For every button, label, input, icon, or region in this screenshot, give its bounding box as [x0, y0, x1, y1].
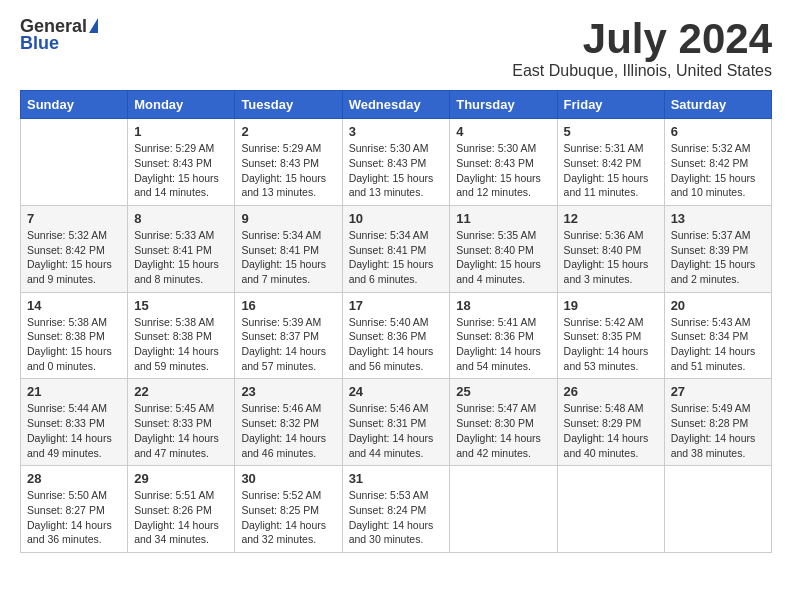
- day-info: Sunrise: 5:45 AM Sunset: 8:33 PM Dayligh…: [134, 401, 228, 460]
- day-info: Sunrise: 5:29 AM Sunset: 8:43 PM Dayligh…: [134, 141, 228, 200]
- day-number: 25: [456, 384, 550, 399]
- logo-blue: Blue: [20, 33, 59, 54]
- day-number: 5: [564, 124, 658, 139]
- title-area: July 2024 East Dubuque, Illinois, United…: [512, 16, 772, 80]
- day-cell: 26Sunrise: 5:48 AM Sunset: 8:29 PM Dayli…: [557, 379, 664, 466]
- day-number: 27: [671, 384, 765, 399]
- logo-triangle: [89, 18, 98, 33]
- day-info: Sunrise: 5:33 AM Sunset: 8:41 PM Dayligh…: [134, 228, 228, 287]
- col-header-thursday: Thursday: [450, 91, 557, 119]
- calendar-table: SundayMondayTuesdayWednesdayThursdayFrid…: [20, 90, 772, 553]
- day-info: Sunrise: 5:30 AM Sunset: 8:43 PM Dayligh…: [349, 141, 444, 200]
- day-number: 18: [456, 298, 550, 313]
- day-info: Sunrise: 5:49 AM Sunset: 8:28 PM Dayligh…: [671, 401, 765, 460]
- day-cell: 14Sunrise: 5:38 AM Sunset: 8:38 PM Dayli…: [21, 292, 128, 379]
- day-cell: 3Sunrise: 5:30 AM Sunset: 8:43 PM Daylig…: [342, 119, 450, 206]
- day-cell: [450, 466, 557, 553]
- day-number: 28: [27, 471, 121, 486]
- day-info: Sunrise: 5:52 AM Sunset: 8:25 PM Dayligh…: [241, 488, 335, 547]
- day-cell: 7Sunrise: 5:32 AM Sunset: 8:42 PM Daylig…: [21, 205, 128, 292]
- day-cell: 29Sunrise: 5:51 AM Sunset: 8:26 PM Dayli…: [128, 466, 235, 553]
- day-number: 23: [241, 384, 335, 399]
- day-number: 14: [27, 298, 121, 313]
- day-cell: 9Sunrise: 5:34 AM Sunset: 8:41 PM Daylig…: [235, 205, 342, 292]
- day-info: Sunrise: 5:30 AM Sunset: 8:43 PM Dayligh…: [456, 141, 550, 200]
- day-number: 21: [27, 384, 121, 399]
- day-cell: 20Sunrise: 5:43 AM Sunset: 8:34 PM Dayli…: [664, 292, 771, 379]
- day-cell: [557, 466, 664, 553]
- week-row-1: 1Sunrise: 5:29 AM Sunset: 8:43 PM Daylig…: [21, 119, 772, 206]
- day-cell: 19Sunrise: 5:42 AM Sunset: 8:35 PM Dayli…: [557, 292, 664, 379]
- day-number: 4: [456, 124, 550, 139]
- day-cell: [664, 466, 771, 553]
- day-info: Sunrise: 5:51 AM Sunset: 8:26 PM Dayligh…: [134, 488, 228, 547]
- day-number: 8: [134, 211, 228, 226]
- week-row-3: 14Sunrise: 5:38 AM Sunset: 8:38 PM Dayli…: [21, 292, 772, 379]
- day-number: 30: [241, 471, 335, 486]
- day-info: Sunrise: 5:34 AM Sunset: 8:41 PM Dayligh…: [349, 228, 444, 287]
- col-header-sunday: Sunday: [21, 91, 128, 119]
- day-info: Sunrise: 5:36 AM Sunset: 8:40 PM Dayligh…: [564, 228, 658, 287]
- col-header-monday: Monday: [128, 91, 235, 119]
- day-cell: 13Sunrise: 5:37 AM Sunset: 8:39 PM Dayli…: [664, 205, 771, 292]
- day-number: 12: [564, 211, 658, 226]
- day-cell: 25Sunrise: 5:47 AM Sunset: 8:30 PM Dayli…: [450, 379, 557, 466]
- day-number: 13: [671, 211, 765, 226]
- day-info: Sunrise: 5:42 AM Sunset: 8:35 PM Dayligh…: [564, 315, 658, 374]
- day-number: 16: [241, 298, 335, 313]
- day-number: 9: [241, 211, 335, 226]
- day-info: Sunrise: 5:41 AM Sunset: 8:36 PM Dayligh…: [456, 315, 550, 374]
- day-info: Sunrise: 5:50 AM Sunset: 8:27 PM Dayligh…: [27, 488, 121, 547]
- day-info: Sunrise: 5:40 AM Sunset: 8:36 PM Dayligh…: [349, 315, 444, 374]
- day-number: 17: [349, 298, 444, 313]
- day-cell: 24Sunrise: 5:46 AM Sunset: 8:31 PM Dayli…: [342, 379, 450, 466]
- month-title: July 2024: [512, 16, 772, 62]
- week-row-4: 21Sunrise: 5:44 AM Sunset: 8:33 PM Dayli…: [21, 379, 772, 466]
- day-cell: 12Sunrise: 5:36 AM Sunset: 8:40 PM Dayli…: [557, 205, 664, 292]
- col-header-friday: Friday: [557, 91, 664, 119]
- day-number: 24: [349, 384, 444, 399]
- day-number: 20: [671, 298, 765, 313]
- day-cell: 6Sunrise: 5:32 AM Sunset: 8:42 PM Daylig…: [664, 119, 771, 206]
- day-number: 26: [564, 384, 658, 399]
- day-number: 22: [134, 384, 228, 399]
- day-info: Sunrise: 5:46 AM Sunset: 8:32 PM Dayligh…: [241, 401, 335, 460]
- day-cell: 18Sunrise: 5:41 AM Sunset: 8:36 PM Dayli…: [450, 292, 557, 379]
- day-number: 10: [349, 211, 444, 226]
- day-cell: 22Sunrise: 5:45 AM Sunset: 8:33 PM Dayli…: [128, 379, 235, 466]
- col-header-tuesday: Tuesday: [235, 91, 342, 119]
- col-header-saturday: Saturday: [664, 91, 771, 119]
- day-cell: 1Sunrise: 5:29 AM Sunset: 8:43 PM Daylig…: [128, 119, 235, 206]
- day-number: 2: [241, 124, 335, 139]
- day-info: Sunrise: 5:35 AM Sunset: 8:40 PM Dayligh…: [456, 228, 550, 287]
- logo: General Blue: [20, 16, 98, 54]
- day-number: 15: [134, 298, 228, 313]
- day-number: 6: [671, 124, 765, 139]
- page-header: General Blue July 2024 East Dubuque, Ill…: [20, 16, 772, 80]
- day-cell: 31Sunrise: 5:53 AM Sunset: 8:24 PM Dayli…: [342, 466, 450, 553]
- day-info: Sunrise: 5:31 AM Sunset: 8:42 PM Dayligh…: [564, 141, 658, 200]
- day-number: 11: [456, 211, 550, 226]
- day-info: Sunrise: 5:32 AM Sunset: 8:42 PM Dayligh…: [27, 228, 121, 287]
- week-row-2: 7Sunrise: 5:32 AM Sunset: 8:42 PM Daylig…: [21, 205, 772, 292]
- day-cell: 16Sunrise: 5:39 AM Sunset: 8:37 PM Dayli…: [235, 292, 342, 379]
- calendar-header-row: SundayMondayTuesdayWednesdayThursdayFrid…: [21, 91, 772, 119]
- day-number: 29: [134, 471, 228, 486]
- col-header-wednesday: Wednesday: [342, 91, 450, 119]
- day-cell: 30Sunrise: 5:52 AM Sunset: 8:25 PM Dayli…: [235, 466, 342, 553]
- day-number: 1: [134, 124, 228, 139]
- day-cell: 4Sunrise: 5:30 AM Sunset: 8:43 PM Daylig…: [450, 119, 557, 206]
- day-cell: 2Sunrise: 5:29 AM Sunset: 8:43 PM Daylig…: [235, 119, 342, 206]
- day-cell: 28Sunrise: 5:50 AM Sunset: 8:27 PM Dayli…: [21, 466, 128, 553]
- day-cell: 10Sunrise: 5:34 AM Sunset: 8:41 PM Dayli…: [342, 205, 450, 292]
- week-row-5: 28Sunrise: 5:50 AM Sunset: 8:27 PM Dayli…: [21, 466, 772, 553]
- day-cell: 5Sunrise: 5:31 AM Sunset: 8:42 PM Daylig…: [557, 119, 664, 206]
- day-info: Sunrise: 5:39 AM Sunset: 8:37 PM Dayligh…: [241, 315, 335, 374]
- day-number: 7: [27, 211, 121, 226]
- day-info: Sunrise: 5:46 AM Sunset: 8:31 PM Dayligh…: [349, 401, 444, 460]
- day-info: Sunrise: 5:53 AM Sunset: 8:24 PM Dayligh…: [349, 488, 444, 547]
- day-cell: 23Sunrise: 5:46 AM Sunset: 8:32 PM Dayli…: [235, 379, 342, 466]
- location-title: East Dubuque, Illinois, United States: [512, 62, 772, 80]
- day-cell: 21Sunrise: 5:44 AM Sunset: 8:33 PM Dayli…: [21, 379, 128, 466]
- day-info: Sunrise: 5:48 AM Sunset: 8:29 PM Dayligh…: [564, 401, 658, 460]
